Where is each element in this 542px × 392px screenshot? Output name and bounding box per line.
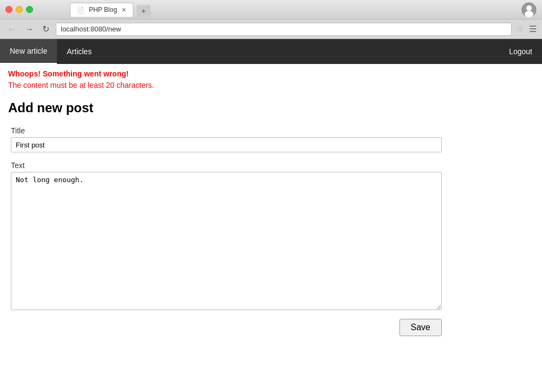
refresh-button[interactable]: ↻	[40, 23, 51, 35]
browser-nav-right: ☆ ☰	[516, 24, 537, 34]
title-input[interactable]	[11, 137, 442, 152]
error-message: The content must be at least 20 characte…	[8, 81, 534, 89]
new-tab-button[interactable]: +	[137, 5, 151, 17]
maximize-button[interactable]	[26, 6, 33, 13]
text-textarea[interactable]: Not long enough.	[11, 172, 442, 310]
nav-item-articles[interactable]: Articles	[57, 39, 101, 64]
address-input[interactable]	[56, 23, 512, 36]
form-actions: Save	[11, 319, 442, 336]
close-button[interactable]	[5, 6, 12, 13]
window-controls	[5, 6, 33, 13]
logout-button[interactable]: Logout	[499, 41, 542, 62]
profile-icon	[521, 2, 537, 17]
tab-close-button[interactable]: ✕	[121, 7, 126, 14]
address-bar: ← → ↻ ☆ ☰	[0, 20, 542, 39]
save-button[interactable]: Save	[399, 319, 442, 336]
svg-point-1	[526, 5, 532, 11]
tab-bar: 📄 PHP Blog ✕ +	[37, 3, 515, 17]
browser-tab[interactable]: 📄 PHP Blog ✕	[70, 3, 133, 17]
minimize-button[interactable]	[16, 6, 23, 13]
title-bar: 📄 PHP Blog ✕ +	[0, 0, 542, 20]
forward-button[interactable]: →	[23, 23, 36, 35]
menu-icon[interactable]: ☰	[529, 24, 537, 34]
error-heading: Whoops! Something went wrong!	[8, 69, 534, 78]
svg-point-2	[525, 11, 533, 17]
title-label: Title	[11, 126, 531, 135]
back-button[interactable]: ←	[5, 23, 18, 35]
app-navigation: New article Articles Logout	[0, 39, 542, 64]
page-title: Add new post	[8, 100, 534, 115]
page-content: Whoops! Something went wrong! The conten…	[0, 64, 542, 392]
tab-title: PHP Blog	[89, 6, 117, 14]
new-article-form: Title Text Not long enough. Save	[8, 126, 534, 336]
text-label: Text	[11, 161, 531, 170]
nav-item-new-article[interactable]: New article	[0, 39, 57, 64]
bookmark-icon[interactable]: ☆	[516, 24, 524, 34]
tab-favicon: 📄	[77, 7, 85, 14]
